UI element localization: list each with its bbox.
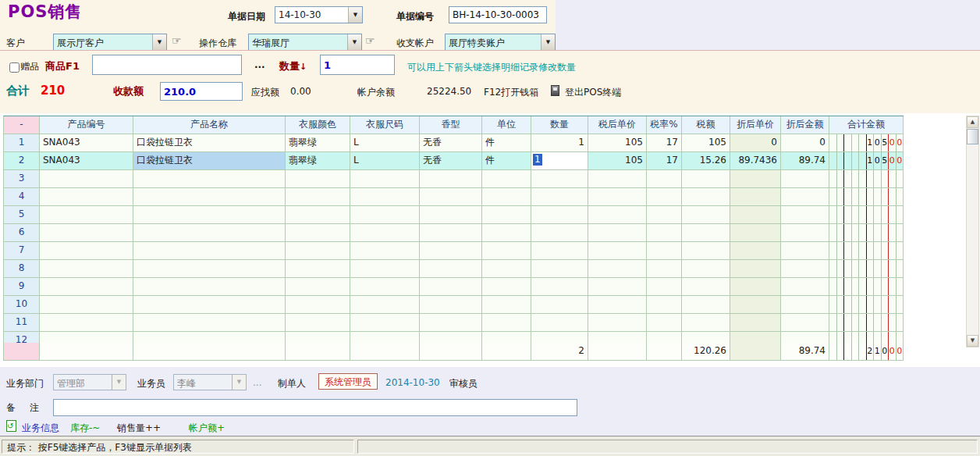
table-cell[interactable]: 5 (4, 206, 40, 223)
table-cell[interactable] (588, 224, 647, 241)
table-cell[interactable] (781, 278, 829, 295)
table-cell[interactable] (730, 206, 781, 223)
table-cell[interactable] (350, 188, 420, 205)
table-cell[interactable]: 1 (4, 134, 40, 151)
table-cell[interactable] (730, 332, 781, 343)
vertical-scrollbar[interactable]: ▲ ▼ (966, 116, 979, 347)
table-cell[interactable] (531, 242, 588, 259)
table-cell[interactable] (286, 242, 350, 259)
table-cell[interactable] (588, 170, 647, 187)
table-cell[interactable]: 15.26 (682, 152, 730, 169)
table-cell[interactable] (682, 170, 730, 187)
table-header-cell[interactable]: 衣服尺码 (350, 116, 420, 134)
table-row[interactable]: 11 (4, 314, 904, 332)
table-cell[interactable] (647, 206, 682, 223)
table-cell[interactable] (588, 260, 647, 277)
table-cell[interactable] (781, 224, 829, 241)
table-cell[interactable]: 9 (4, 278, 40, 295)
table-cell[interactable] (482, 314, 531, 331)
received-input[interactable] (160, 82, 243, 101)
table-cell[interactable] (286, 296, 350, 313)
table-cell[interactable] (350, 278, 420, 295)
table-header-cell[interactable]: 折后单价 (730, 116, 781, 134)
table-cell[interactable] (730, 314, 781, 331)
table-cell[interactable] (588, 296, 647, 313)
table-cell[interactable]: 105 (682, 134, 730, 151)
table-header-cell[interactable]: 税率% (647, 116, 682, 134)
table-cell[interactable] (588, 278, 647, 295)
table-cell[interactable] (482, 224, 531, 241)
table-cell[interactable] (133, 170, 286, 187)
table-cell[interactable]: 1 (531, 152, 588, 169)
table-cell[interactable] (420, 278, 482, 295)
table-cell[interactable]: 件 (482, 152, 531, 169)
table-cell[interactable]: 10500 (829, 152, 904, 169)
table-header-cell[interactable]: 税后单价 (588, 116, 647, 134)
table-header-cell[interactable]: 香型 (420, 116, 482, 134)
table-cell[interactable] (647, 332, 682, 343)
table-cell[interactable] (781, 314, 829, 331)
table-row[interactable]: 4 (4, 188, 904, 206)
table-cell[interactable] (350, 314, 420, 331)
table-cell[interactable] (133, 224, 286, 241)
table-cell[interactable] (286, 260, 350, 277)
table-cell[interactable] (133, 332, 286, 343)
table-row[interactable]: 2SNA043口袋拉链卫衣翡翠绿L无香件11051715.2689.743689… (4, 152, 904, 170)
table-row[interactable]: 12 (4, 332, 904, 343)
table-header-cell[interactable]: 折后金额 (781, 116, 829, 134)
table-row[interactable]: 10 (4, 296, 904, 314)
table-cell[interactable] (531, 278, 588, 295)
table-cell[interactable] (40, 242, 133, 259)
table-cell[interactable] (133, 206, 286, 223)
table-cell[interactable] (781, 296, 829, 313)
table-header-cell[interactable]: 税额 (682, 116, 730, 134)
table-cell[interactable] (730, 188, 781, 205)
table-header-cell[interactable]: 衣服颜色 (286, 116, 350, 134)
table-header-cell[interactable]: 产品名称 (133, 116, 286, 134)
table-cell[interactable] (531, 296, 588, 313)
table-cell[interactable] (133, 314, 286, 331)
table-cell[interactable] (730, 170, 781, 187)
table-cell[interactable] (682, 332, 730, 343)
table-cell[interactable] (350, 332, 420, 343)
scrollbar-thumb[interactable] (967, 129, 978, 144)
table-cell[interactable] (730, 242, 781, 259)
table-cell[interactable] (350, 206, 420, 223)
table-cell[interactable] (682, 314, 730, 331)
table-cell[interactable] (286, 278, 350, 295)
table-cell[interactable] (286, 224, 350, 241)
table-cell[interactable]: 无香 (420, 134, 482, 151)
table-cell[interactable] (588, 314, 647, 331)
table-row[interactable]: 9 (4, 278, 904, 296)
table-cell[interactable] (730, 260, 781, 277)
table-cell[interactable] (420, 260, 482, 277)
table-cell[interactable] (420, 332, 482, 343)
table-cell[interactable] (531, 332, 588, 343)
table-cell[interactable] (647, 224, 682, 241)
dept-combobox[interactable]: 管理部 ▼ (53, 374, 126, 390)
table-cell[interactable] (40, 170, 133, 187)
doc-date-combobox[interactable]: 14-10-30 ▼ (275, 6, 363, 23)
table-cell[interactable]: 89.74 (781, 152, 829, 169)
table-cell[interactable] (40, 314, 133, 331)
table-cell[interactable] (482, 278, 531, 295)
table-cell[interactable] (350, 260, 420, 277)
table-cell[interactable] (781, 206, 829, 223)
table-cell[interactable] (531, 260, 588, 277)
table-header-cell[interactable]: 单位 (482, 116, 531, 134)
gift-checkbox[interactable] (9, 62, 20, 73)
table-cell[interactable] (829, 206, 904, 223)
table-cell[interactable] (829, 224, 904, 241)
table-cell[interactable]: 1 (531, 134, 588, 151)
table-cell[interactable]: 10 (4, 296, 40, 313)
table-cell[interactable] (40, 296, 133, 313)
salesman-combobox[interactable]: 李峰 ▼ (173, 374, 247, 390)
open-drawer-link[interactable]: F12打开钱箱 (484, 86, 538, 99)
table-cell[interactable] (647, 188, 682, 205)
table-cell[interactable] (531, 188, 588, 205)
table-cell[interactable] (482, 206, 531, 223)
table-cell[interactable] (133, 188, 286, 205)
table-cell[interactable]: 件 (482, 134, 531, 151)
table-row[interactable]: 8 (4, 260, 904, 278)
table-cell[interactable] (531, 224, 588, 241)
